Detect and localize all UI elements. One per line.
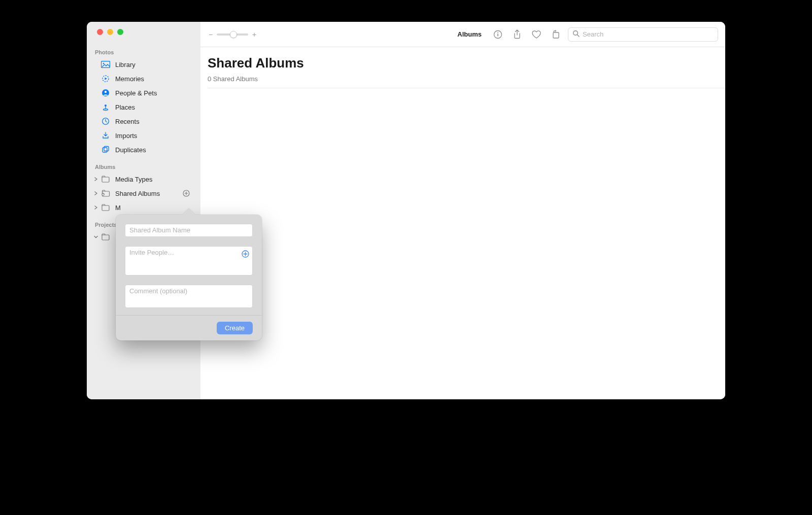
album-name-field-wrap <box>125 224 253 237</box>
sidebar-item-label: Places <box>115 104 135 111</box>
search-input[interactable] <box>583 30 714 38</box>
page-title: Shared Albums <box>200 55 725 71</box>
sidebar-item-imports[interactable]: Imports <box>87 128 200 143</box>
svg-rect-11 <box>102 177 109 182</box>
sidebar-item-label: Recents <box>115 118 140 125</box>
sidebar-item-label: Memories <box>115 75 144 83</box>
create-shared-album-popover: Create <box>116 215 262 340</box>
zoom-slider[interactable] <box>217 33 248 36</box>
svg-point-19 <box>497 32 498 33</box>
favorite-button[interactable] <box>529 27 544 42</box>
search-field[interactable] <box>568 27 718 42</box>
svg-rect-20 <box>497 33 498 36</box>
places-icon <box>101 102 110 112</box>
svg-rect-16 <box>102 205 109 211</box>
folder-icon <box>101 232 110 242</box>
people-icon <box>101 88 110 97</box>
invite-people-field-wrap <box>125 246 253 276</box>
divider <box>208 88 725 88</box>
share-button[interactable] <box>510 27 524 42</box>
minimize-button[interactable] <box>107 29 113 35</box>
zoom-control: − + <box>208 30 257 39</box>
svg-rect-21 <box>553 32 559 38</box>
info-button[interactable] <box>491 27 505 42</box>
rotate-button[interactable] <box>549 27 563 42</box>
sidebar-item-label: Library <box>115 61 136 68</box>
svg-point-7 <box>104 109 108 111</box>
svg-rect-17 <box>102 235 109 240</box>
library-icon <box>101 60 110 69</box>
chevron-right-icon[interactable] <box>93 204 99 211</box>
sidebar-item-label: M <box>115 204 121 212</box>
close-button[interactable] <box>97 29 103 35</box>
sidebar: Photos Library Memories People & Pets Pl… <box>87 22 200 399</box>
sidebar-item-people-pets[interactable]: People & Pets <box>87 86 200 100</box>
folder-icon <box>101 175 110 184</box>
sidebar-item-duplicates[interactable]: Duplicates <box>87 143 200 157</box>
page-subtitle: 0 Shared Albums <box>200 71 725 88</box>
imports-icon <box>101 131 110 140</box>
svg-rect-10 <box>104 147 109 151</box>
zoom-out-button[interactable]: − <box>208 30 214 39</box>
content-area: − + Albums <box>200 22 725 399</box>
app-window: Photos Library Memories People & Pets Pl… <box>87 22 725 399</box>
add-shared-album-button[interactable] <box>182 189 190 197</box>
chevron-right-icon[interactable] <box>93 190 99 196</box>
album-name-field[interactable] <box>129 226 248 234</box>
toolbar: − + Albums <box>200 22 725 47</box>
window-controls <box>87 29 200 35</box>
sidebar-item-shared-albums[interactable]: Shared Albums <box>87 186 200 200</box>
sidebar-item-places[interactable]: Places <box>87 100 200 114</box>
memories-icon <box>101 74 110 83</box>
sidebar-item-label: Media Types <box>115 176 152 183</box>
folder-icon <box>101 203 110 212</box>
chevron-down-icon[interactable] <box>93 234 99 240</box>
sidebar-item-label: Shared Albums <box>115 190 160 197</box>
sidebar-item-recents[interactable]: Recents <box>87 114 200 128</box>
zoom-in-button[interactable]: + <box>251 30 257 39</box>
create-button[interactable]: Create <box>217 322 253 334</box>
maximize-button[interactable] <box>117 29 123 35</box>
sidebar-item-label: People & Pets <box>115 89 157 97</box>
section-header-photos: Photos <box>87 47 200 57</box>
shared-folder-icon <box>101 189 110 198</box>
invite-people-field[interactable] <box>129 249 238 256</box>
add-person-button[interactable] <box>241 250 249 258</box>
sidebar-item-my-albums[interactable]: M <box>87 200 200 215</box>
search-icon <box>572 30 580 39</box>
sidebar-item-media-types[interactable]: Media Types <box>87 172 200 186</box>
duplicates-icon <box>101 145 110 154</box>
sidebar-item-label: Duplicates <box>115 146 146 154</box>
toolbar-title[interactable]: Albums <box>457 30 482 38</box>
svg-point-6 <box>105 105 107 107</box>
comment-field[interactable] <box>129 287 248 302</box>
svg-marker-3 <box>105 78 108 80</box>
svg-point-14 <box>103 193 104 194</box>
page: Shared Albums 0 Shared Albums <box>200 47 725 88</box>
sidebar-item-label: Imports <box>115 132 137 140</box>
comment-field-wrap <box>125 285 253 308</box>
section-header-albums: Albums <box>87 162 200 172</box>
svg-rect-9 <box>103 148 107 152</box>
svg-point-5 <box>105 91 107 93</box>
recents-icon <box>101 117 110 126</box>
zoom-slider-thumb[interactable] <box>230 31 237 38</box>
sidebar-item-memories[interactable]: Memories <box>87 72 200 86</box>
sidebar-item-library[interactable]: Library <box>87 57 200 72</box>
svg-point-1 <box>103 63 105 64</box>
chevron-right-icon[interactable] <box>93 176 99 182</box>
